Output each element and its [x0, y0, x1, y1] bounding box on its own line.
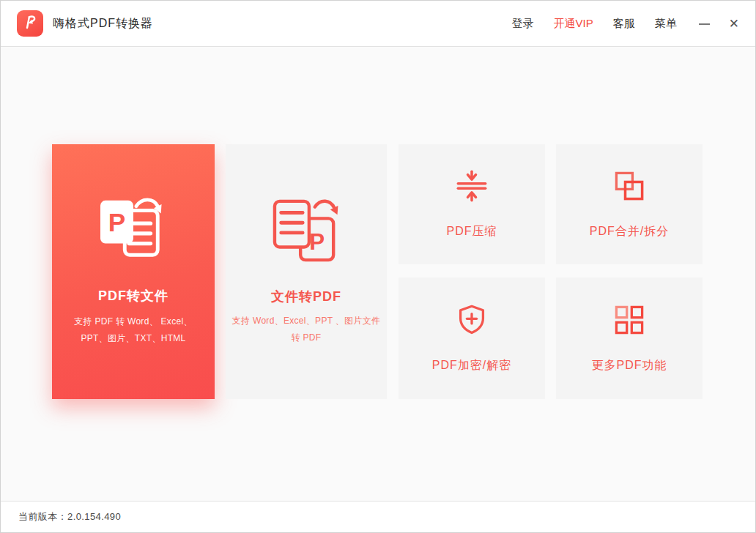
app-window: 嗨格式PDF转换器 登录 开通VIP 客服 菜单 ✕ — [0, 0, 756, 533]
card-title: PDF压缩 — [447, 224, 497, 239]
card-more-pdf-features[interactable]: 更多PDF功能 — [556, 277, 703, 399]
login-button[interactable]: 登录 — [512, 17, 534, 31]
main-area: P PDF转文件 支持 PDF 转 Word、 Excel、PPT、图片、TXT… — [1, 47, 755, 501]
status-bar: 当前版本：2.0.154.490 — [1, 501, 755, 532]
title-bar: 嗨格式PDF转换器 登录 开通VIP 客服 菜单 ✕ — [1, 1, 755, 47]
card-pdf-to-file[interactable]: P PDF转文件 支持 PDF 转 Word、 Excel、PPT、图片、TXT… — [52, 144, 215, 399]
pdf-to-file-icon: P — [96, 196, 171, 265]
version-label: 当前版本：2.0.154.490 — [18, 510, 121, 523]
card-subtitle: 支持 Word、Excel、PPT 、图片文件转 PDF — [231, 313, 381, 346]
card-pdf-compress[interactable]: PDF压缩 — [399, 144, 545, 264]
svg-text:P: P — [108, 208, 125, 236]
merge-split-icon — [613, 170, 645, 205]
svg-text:P: P — [309, 230, 325, 256]
close-icon[interactable]: ✕ — [729, 18, 739, 30]
card-file-to-pdf[interactable]: P 文件转PDF 支持 Word、Excel、PPT 、图片文件转 PDF — [226, 144, 387, 399]
support-button[interactable]: 客服 — [613, 17, 635, 31]
menu-button[interactable]: 菜单 — [655, 17, 677, 31]
card-subtitle: 支持 PDF 转 Word、 Excel、PPT、图片、TXT、HTML — [62, 313, 205, 347]
top-navigation: 登录 开通VIP 客服 菜单 — [512, 17, 677, 31]
minimize-icon[interactable] — [699, 18, 710, 29]
card-title: PDF转文件 — [98, 287, 168, 305]
card-pdf-merge-split[interactable]: PDF合并/拆分 — [556, 144, 703, 264]
card-title: 文件转PDF — [271, 288, 341, 305]
window-controls: ✕ — [699, 18, 739, 30]
card-title: 更多PDF功能 — [592, 358, 667, 373]
file-to-pdf-icon: P — [269, 197, 344, 266]
app-logo — [17, 10, 43, 37]
card-title: PDF合并/拆分 — [590, 224, 669, 239]
vip-button[interactable]: 开通VIP — [554, 17, 593, 31]
shield-plus-icon — [456, 304, 488, 339]
card-pdf-encrypt-decrypt[interactable]: PDF加密/解密 — [399, 277, 545, 399]
card-title: PDF加密/解密 — [432, 358, 511, 373]
pdf-brand-icon — [21, 12, 40, 34]
compress-icon — [456, 170, 488, 205]
grid-icon — [613, 304, 645, 339]
app-title: 嗨格式PDF转换器 — [53, 16, 153, 31]
